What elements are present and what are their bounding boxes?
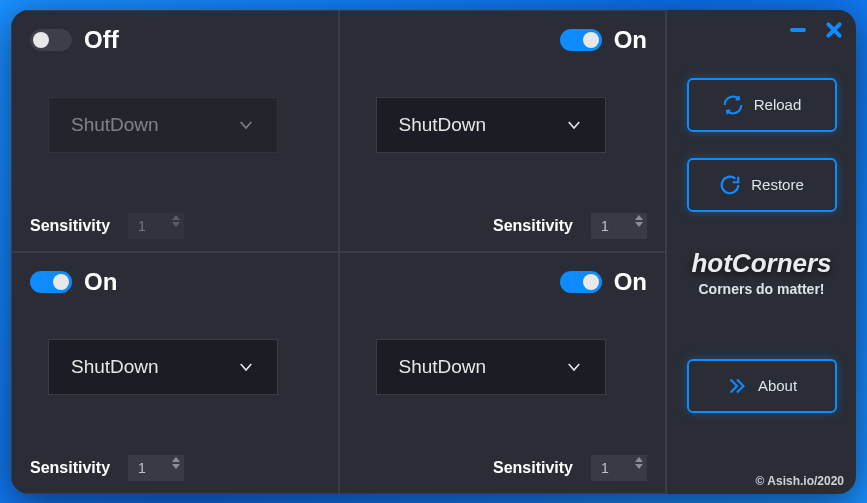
stepper-value: 1 [138, 460, 146, 476]
dropdown-label: ShutDown [71, 114, 159, 136]
reload-label: Reload [754, 96, 802, 113]
toggle-bottom-left[interactable] [30, 271, 72, 293]
toggle-bottom-right[interactable] [560, 271, 602, 293]
stepper-up-icon [172, 215, 180, 220]
action-dropdown-bottom-left[interactable]: ShutDown [48, 339, 278, 395]
sensitivity-stepper-top-left: 1 [128, 213, 184, 239]
chevron-down-icon [565, 116, 583, 134]
app-window: Off ShutDown Sensitivity 1 On [11, 10, 856, 494]
brand-block: hotCorners Corners do matter! [691, 248, 831, 297]
chevron-down-icon [237, 358, 255, 376]
dropdown-label: ShutDown [399, 114, 487, 136]
toggle-top-right[interactable] [560, 29, 602, 51]
sidebar: Reload Restore hotCorners Corners do mat… [666, 10, 856, 494]
sensitivity-label: Sensitivity [493, 217, 573, 235]
about-button[interactable]: About [687, 359, 837, 413]
window-controls [788, 20, 844, 44]
close-button[interactable] [824, 20, 844, 40]
dropdown-label: ShutDown [71, 356, 159, 378]
toggle-state-label: On [84, 268, 117, 296]
copyright-text: © Asish.io/2020 [756, 474, 844, 488]
reload-icon [722, 94, 744, 116]
stepper-up-icon [635, 457, 643, 462]
stepper-down-icon [635, 222, 643, 227]
stepper-down-icon [172, 222, 180, 227]
restore-button[interactable]: Restore [687, 158, 837, 212]
restore-label: Restore [751, 176, 804, 193]
action-dropdown-bottom-right[interactable]: ShutDown [376, 339, 606, 395]
action-dropdown-top-right[interactable]: ShutDown [376, 97, 606, 153]
stepper-value: 1 [601, 218, 609, 234]
minimize-icon [790, 28, 806, 32]
toggle-state-label: Off [84, 26, 119, 54]
sensitivity-stepper-bottom-left[interactable]: 1 [128, 455, 184, 481]
chevron-down-icon [237, 116, 255, 134]
dropdown-label: ShutDown [399, 356, 487, 378]
brand-tagline: Corners do matter! [691, 281, 831, 297]
stepper-down-icon [172, 464, 180, 469]
corners-grid: Off ShutDown Sensitivity 1 On [11, 10, 666, 494]
restore-icon [719, 174, 741, 196]
stepper-down-icon [635, 464, 643, 469]
corner-panel-bottom-left: On ShutDown Sensitivity 1 [11, 252, 339, 494]
about-label: About [758, 377, 797, 394]
corner-panel-top-right: On ShutDown Sensitivity 1 [339, 10, 667, 252]
reload-button[interactable]: Reload [687, 78, 837, 132]
sensitivity-label: Sensitivity [493, 459, 573, 477]
action-dropdown-top-left: ShutDown [48, 97, 278, 153]
minimize-button[interactable] [788, 20, 808, 40]
stepper-up-icon [172, 457, 180, 462]
corner-panel-bottom-right: On ShutDown Sensitivity 1 [339, 252, 667, 494]
toggle-top-left[interactable] [30, 29, 72, 51]
toggle-state-label: On [614, 268, 647, 296]
sensitivity-label: Sensitivity [30, 217, 110, 235]
double-chevron-right-icon [726, 375, 748, 397]
sensitivity-label: Sensitivity [30, 459, 110, 477]
sensitivity-stepper-top-right[interactable]: 1 [591, 213, 647, 239]
chevron-down-icon [565, 358, 583, 376]
toggle-state-label: On [614, 26, 647, 54]
stepper-value: 1 [138, 218, 146, 234]
sensitivity-stepper-bottom-right[interactable]: 1 [591, 455, 647, 481]
stepper-up-icon [635, 215, 643, 220]
corner-panel-top-left: Off ShutDown Sensitivity 1 [11, 10, 339, 252]
stepper-value: 1 [601, 460, 609, 476]
brand-title: hotCorners [691, 248, 831, 279]
